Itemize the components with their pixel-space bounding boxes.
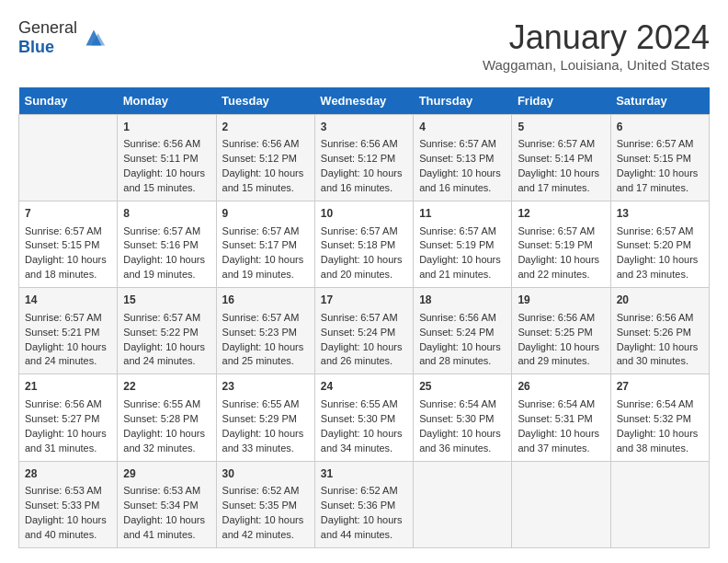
cell-info-line: Sunset: 5:30 PM [321,412,407,427]
cell-info-line: and 29 minutes. [518,354,604,369]
header-cell-wednesday: Wednesday [314,87,413,115]
cell-info-line: Sunrise: 6:57 AM [25,224,111,239]
cell-info-line: Daylight: 10 hours [25,427,111,442]
cell-info-line: and 17 minutes. [617,181,703,196]
cell-info-line: Sunset: 5:30 PM [419,412,506,427]
calendar-cell: 28Sunrise: 6:53 AMSunset: 5:33 PMDayligh… [19,461,118,547]
cell-info-line: Sunset: 5:22 PM [123,326,210,340]
title-area: January 2024 Waggaman, Louisiana, United… [483,18,710,73]
header-cell-sunday: Sunday [19,87,118,115]
cell-info-line: and 38 minutes. [617,442,703,456]
cell-info-line: Daylight: 10 hours [617,253,703,268]
day-number: 20 [617,293,703,308]
cell-info-line: Sunset: 5:19 PM [518,238,604,253]
calendar-cell: 24Sunrise: 6:55 AMSunset: 5:30 PMDayligh… [314,374,413,461]
cell-info-line: and 16 minutes. [321,181,407,196]
cell-info-line: Daylight: 10 hours [321,340,407,355]
cell-info-line: and 17 minutes. [518,181,604,196]
cell-info-line: and 41 minutes. [123,528,210,543]
cell-info-line: Sunrise: 6:57 AM [25,311,111,326]
logo-blue-text: Blue [18,38,54,56]
week-row-3: 14Sunrise: 6:57 AMSunset: 5:21 PMDayligh… [19,288,710,374]
cell-info-line: Sunrise: 6:56 AM [222,137,309,152]
day-number: 2 [222,120,309,135]
day-number: 22 [123,379,210,395]
calendar-cell: 1Sunrise: 6:56 AMSunset: 5:11 PMDaylight… [118,115,216,201]
cell-info-line: Sunset: 5:13 PM [419,152,506,167]
calendar-cell: 29Sunrise: 6:53 AMSunset: 5:34 PMDayligh… [118,461,216,547]
logo-icon [81,25,107,51]
cell-info-line: Sunset: 5:16 PM [123,238,210,253]
calendar-cell: 31Sunrise: 6:52 AMSunset: 5:36 PMDayligh… [314,461,413,547]
cell-info-line: and 15 minutes. [222,181,309,196]
cell-info-line: and 16 minutes. [419,181,506,196]
cell-info-line: Daylight: 10 hours [25,513,111,528]
header-row: SundayMondayTuesdayWednesdayThursdayFrid… [19,87,710,115]
cell-info-line: Daylight: 10 hours [518,427,604,442]
cell-info-line: Sunrise: 6:52 AM [321,484,407,499]
cell-info-line: Daylight: 10 hours [25,340,111,355]
day-number: 15 [123,293,210,308]
cell-info-line: Sunset: 5:11 PM [123,152,210,167]
calendar-cell: 11Sunrise: 6:57 AMSunset: 5:19 PMDayligh… [414,201,512,288]
day-number: 7 [25,206,111,222]
header: General Blue January 2024 Waggaman, Loui… [18,18,710,73]
cell-info-line: Sunrise: 6:57 AM [321,311,407,326]
cell-info-line: Sunrise: 6:57 AM [419,137,506,152]
cell-info-line: Sunrise: 6:56 AM [617,311,703,326]
cell-info-line: Daylight: 10 hours [321,167,407,181]
cell-info-line: and 15 minutes. [123,181,210,196]
header-cell-friday: Friday [512,87,610,115]
day-number: 14 [25,293,111,308]
cell-info-line: Daylight: 10 hours [617,427,703,442]
cell-info-line: and 44 minutes. [321,528,407,543]
cell-info-line: Sunset: 5:18 PM [321,238,407,253]
cell-info-line: Daylight: 10 hours [321,253,407,268]
day-number: 23 [222,379,309,395]
cell-info-line: Sunset: 5:28 PM [123,412,210,427]
cell-info-line: Daylight: 10 hours [222,167,309,181]
cell-info-line: Sunrise: 6:54 AM [617,397,703,412]
day-number: 30 [222,466,309,482]
day-number: 9 [222,206,309,222]
cell-info-line: Daylight: 10 hours [419,167,506,181]
calendar-cell [512,461,610,547]
calendar-cell: 13Sunrise: 6:57 AMSunset: 5:20 PMDayligh… [610,201,709,288]
cell-info-line: Sunset: 5:12 PM [222,152,309,167]
cell-info-line: Daylight: 10 hours [419,340,506,355]
cell-info-line: and 19 minutes. [123,268,210,282]
cell-info-line: Daylight: 10 hours [321,427,407,442]
cell-info-line: Sunset: 5:32 PM [617,412,703,427]
cell-info-line: Sunrise: 6:56 AM [321,137,407,152]
day-number: 4 [419,120,506,135]
cell-info-line: Sunset: 5:12 PM [321,152,407,167]
cell-info-line: Sunrise: 6:57 AM [617,224,703,239]
cell-info-line: Sunset: 5:24 PM [321,326,407,340]
cell-info-line: and 37 minutes. [518,442,604,456]
cell-info-line: Sunrise: 6:53 AM [25,484,111,499]
day-number: 11 [419,206,506,222]
cell-info-line: Sunrise: 6:57 AM [123,224,210,239]
calendar-cell [610,461,709,547]
cell-info-line: and 21 minutes. [419,268,506,282]
cell-info-line: Sunrise: 6:57 AM [518,137,604,152]
cell-info-line: Sunset: 5:20 PM [617,238,703,253]
cell-info-line: Sunrise: 6:55 AM [321,397,407,412]
cell-info-line: Daylight: 10 hours [518,253,604,268]
day-number: 1 [123,120,210,135]
calendar-cell: 17Sunrise: 6:57 AMSunset: 5:24 PMDayligh… [314,288,413,374]
calendar-cell: 18Sunrise: 6:56 AMSunset: 5:24 PMDayligh… [414,288,512,374]
page-title: January 2024 [483,18,710,57]
day-number: 8 [123,206,210,222]
cell-info-line: and 34 minutes. [321,442,407,456]
cell-info-line: Daylight: 10 hours [321,513,407,528]
cell-info-line: Sunrise: 6:57 AM [321,224,407,239]
calendar-cell: 12Sunrise: 6:57 AMSunset: 5:19 PMDayligh… [512,201,610,288]
calendar-cell: 30Sunrise: 6:52 AMSunset: 5:35 PMDayligh… [216,461,314,547]
header-cell-monday: Monday [118,87,216,115]
cell-info-line: Sunrise: 6:55 AM [123,397,210,412]
cell-info-line: Sunset: 5:25 PM [518,326,604,340]
calendar-cell: 19Sunrise: 6:56 AMSunset: 5:25 PMDayligh… [512,288,610,374]
cell-info-line: Sunrise: 6:56 AM [419,311,506,326]
day-number: 27 [617,379,703,395]
